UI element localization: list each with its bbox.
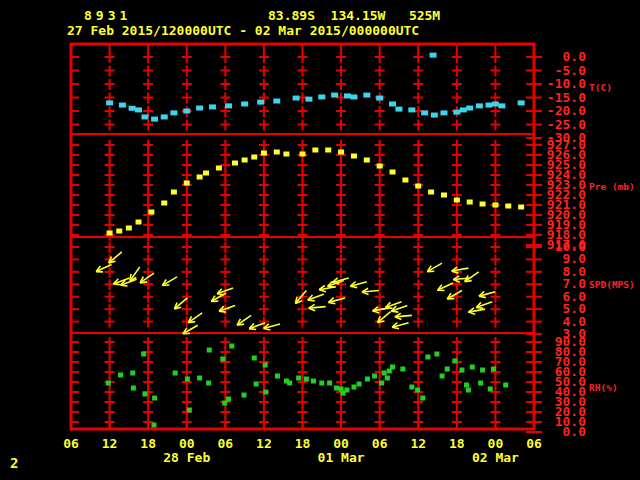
pressure-axis-title: Pre (mb) — [589, 182, 635, 192]
date-label: 02 Mar — [463, 451, 527, 465]
hour-label: 06 — [517, 437, 551, 451]
hour-label: 12 — [93, 437, 127, 451]
hour-label: 18 — [131, 437, 165, 451]
temperature-ytick-label: -20.0 — [526, 104, 586, 118]
hour-label: 12 — [247, 437, 281, 451]
grid-crosses — [71, 45, 542, 432]
hour-label: 00 — [478, 437, 512, 451]
meteogram-screen: 8931 83.89S 134.15W 525M 27 Feb 2015/120… — [0, 0, 640, 480]
hour-label: 06 — [363, 437, 397, 451]
hour-label: 00 — [324, 437, 358, 451]
date-label: 28 Feb — [155, 451, 219, 465]
relative_humidity-series — [106, 344, 508, 428]
page-number: 2 — [10, 455, 18, 471]
hour-label: 18 — [286, 437, 320, 451]
date-label: 01 Mar — [309, 451, 373, 465]
hour-label: 06 — [54, 437, 88, 451]
hour-label: 06 — [208, 437, 242, 451]
pressure-series — [107, 148, 525, 236]
hour-label: 00 — [170, 437, 204, 451]
temperature-ytick-label: -10.0 — [526, 77, 586, 91]
hour-label: 12 — [401, 437, 435, 451]
hour-label: 18 — [440, 437, 474, 451]
temperature-axis-title: T(C) — [589, 83, 612, 93]
temperature-series — [106, 53, 525, 122]
wind-series — [96, 252, 495, 334]
temperature-ytick-label: 0.0 — [526, 50, 586, 64]
relative_humidity-axis-title: RH(%) — [589, 383, 618, 393]
wind-axis-title: SPD(MPS) — [589, 280, 635, 290]
